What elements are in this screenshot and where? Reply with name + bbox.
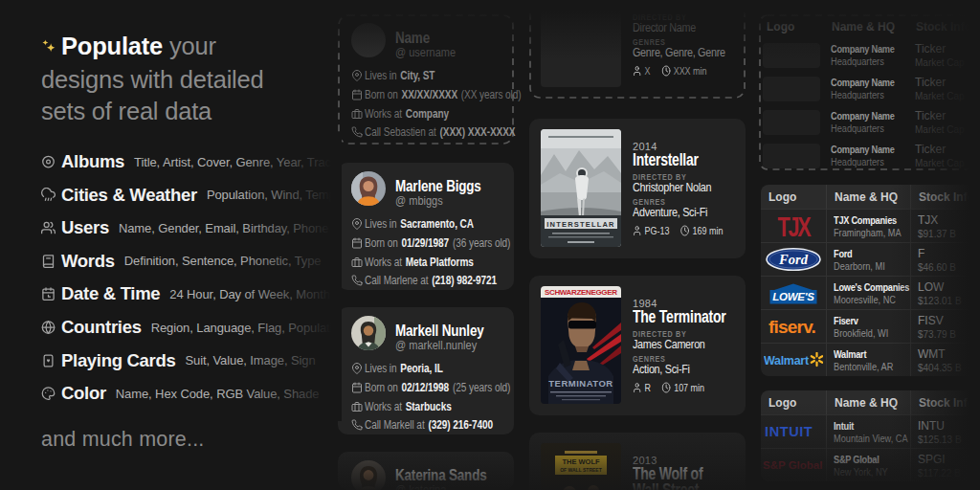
svg-text:TJX: TJX [777,213,812,238]
svg-text:Ford: Ford [778,252,809,267]
svg-text:SCHWARZENEGGER: SCHWARZENEGGER [545,288,617,297]
svg-text:LOWE'S: LOWE'S [772,291,814,302]
svg-text:fiserv.: fiserv. [768,317,815,337]
svg-text:INTERSTELLAR: INTERSTELLAR [546,220,614,229]
svg-text:TERMINATOR: TERMINATOR [548,378,612,389]
svg-text:Walmart: Walmart [764,354,810,368]
